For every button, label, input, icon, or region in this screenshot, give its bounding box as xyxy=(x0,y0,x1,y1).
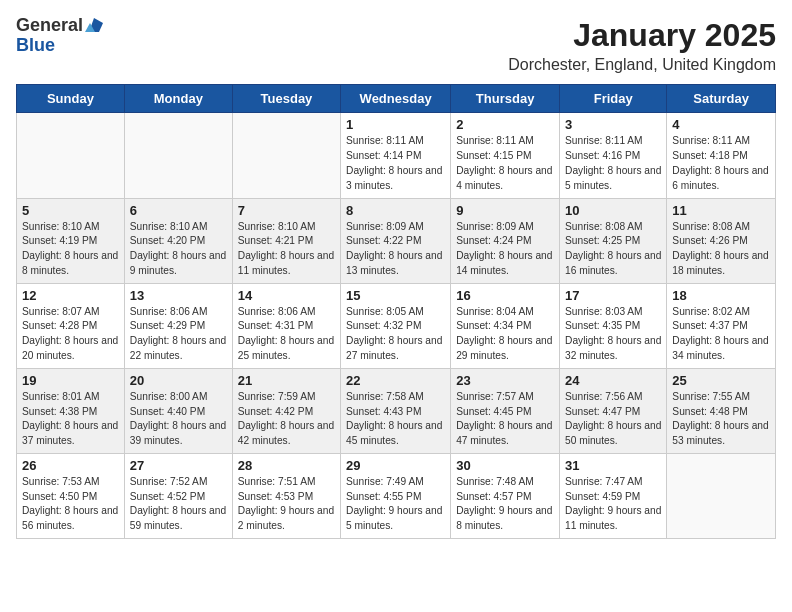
day-info: Sunrise: 8:06 AM Sunset: 4:29 PM Dayligh… xyxy=(130,305,227,364)
calendar-cell: 3Sunrise: 8:11 AM Sunset: 4:16 PM Daylig… xyxy=(560,113,667,198)
title-area: January 2025 Dorchester, England, United… xyxy=(508,16,776,74)
day-info: Sunrise: 7:47 AM Sunset: 4:59 PM Dayligh… xyxy=(565,475,661,534)
calendar-cell: 23Sunrise: 7:57 AM Sunset: 4:45 PM Dayli… xyxy=(451,368,560,453)
day-number: 13 xyxy=(130,288,227,303)
day-info: Sunrise: 8:10 AM Sunset: 4:19 PM Dayligh… xyxy=(22,220,119,279)
day-number: 12 xyxy=(22,288,119,303)
day-number: 5 xyxy=(22,203,119,218)
weekday-header: Thursday xyxy=(451,85,560,113)
day-number: 23 xyxy=(456,373,554,388)
calendar-cell: 30Sunrise: 7:48 AM Sunset: 4:57 PM Dayli… xyxy=(451,453,560,538)
logo-icon xyxy=(85,18,103,34)
weekday-header: Tuesday xyxy=(232,85,340,113)
calendar-cell: 13Sunrise: 8:06 AM Sunset: 4:29 PM Dayli… xyxy=(124,283,232,368)
day-info: Sunrise: 7:48 AM Sunset: 4:57 PM Dayligh… xyxy=(456,475,554,534)
day-number: 10 xyxy=(565,203,661,218)
day-info: Sunrise: 8:09 AM Sunset: 4:22 PM Dayligh… xyxy=(346,220,445,279)
day-number: 6 xyxy=(130,203,227,218)
weekday-header: Monday xyxy=(124,85,232,113)
day-info: Sunrise: 7:56 AM Sunset: 4:47 PM Dayligh… xyxy=(565,390,661,449)
day-info: Sunrise: 8:08 AM Sunset: 4:25 PM Dayligh… xyxy=(565,220,661,279)
logo-general-text: General xyxy=(16,16,83,36)
calendar-cell: 9Sunrise: 8:09 AM Sunset: 4:24 PM Daylig… xyxy=(451,198,560,283)
calendar-cell: 16Sunrise: 8:04 AM Sunset: 4:34 PM Dayli… xyxy=(451,283,560,368)
day-number: 7 xyxy=(238,203,335,218)
calendar-cell: 26Sunrise: 7:53 AM Sunset: 4:50 PM Dayli… xyxy=(17,453,125,538)
day-number: 24 xyxy=(565,373,661,388)
day-info: Sunrise: 8:06 AM Sunset: 4:31 PM Dayligh… xyxy=(238,305,335,364)
title-month: January 2025 xyxy=(508,16,776,54)
calendar-cell: 6Sunrise: 8:10 AM Sunset: 4:20 PM Daylig… xyxy=(124,198,232,283)
day-info: Sunrise: 8:07 AM Sunset: 4:28 PM Dayligh… xyxy=(22,305,119,364)
day-info: Sunrise: 8:10 AM Sunset: 4:20 PM Dayligh… xyxy=(130,220,227,279)
calendar-week-row: 12Sunrise: 8:07 AM Sunset: 4:28 PM Dayli… xyxy=(17,283,776,368)
day-number: 1 xyxy=(346,117,445,132)
day-number: 18 xyxy=(672,288,770,303)
day-number: 21 xyxy=(238,373,335,388)
logo-blue-text: Blue xyxy=(16,36,55,56)
calendar-cell: 31Sunrise: 7:47 AM Sunset: 4:59 PM Dayli… xyxy=(560,453,667,538)
calendar-table: SundayMondayTuesdayWednesdayThursdayFrid… xyxy=(16,84,776,539)
calendar-cell: 25Sunrise: 7:55 AM Sunset: 4:48 PM Dayli… xyxy=(667,368,776,453)
day-number: 25 xyxy=(672,373,770,388)
calendar-cell: 29Sunrise: 7:49 AM Sunset: 4:55 PM Dayli… xyxy=(341,453,451,538)
weekday-header: Saturday xyxy=(667,85,776,113)
calendar-week-row: 5Sunrise: 8:10 AM Sunset: 4:19 PM Daylig… xyxy=(17,198,776,283)
calendar-week-row: 1Sunrise: 8:11 AM Sunset: 4:14 PM Daylig… xyxy=(17,113,776,198)
calendar-cell xyxy=(124,113,232,198)
calendar-cell: 27Sunrise: 7:52 AM Sunset: 4:52 PM Dayli… xyxy=(124,453,232,538)
day-info: Sunrise: 8:00 AM Sunset: 4:40 PM Dayligh… xyxy=(130,390,227,449)
calendar-header-row: SundayMondayTuesdayWednesdayThursdayFrid… xyxy=(17,85,776,113)
calendar-cell: 20Sunrise: 8:00 AM Sunset: 4:40 PM Dayli… xyxy=(124,368,232,453)
calendar-cell: 22Sunrise: 7:58 AM Sunset: 4:43 PM Dayli… xyxy=(341,368,451,453)
day-info: Sunrise: 8:03 AM Sunset: 4:35 PM Dayligh… xyxy=(565,305,661,364)
day-number: 15 xyxy=(346,288,445,303)
calendar-cell: 18Sunrise: 8:02 AM Sunset: 4:37 PM Dayli… xyxy=(667,283,776,368)
calendar-cell: 12Sunrise: 8:07 AM Sunset: 4:28 PM Dayli… xyxy=(17,283,125,368)
day-number: 9 xyxy=(456,203,554,218)
day-info: Sunrise: 8:05 AM Sunset: 4:32 PM Dayligh… xyxy=(346,305,445,364)
day-number: 31 xyxy=(565,458,661,473)
calendar-cell xyxy=(17,113,125,198)
calendar-cell: 1Sunrise: 8:11 AM Sunset: 4:14 PM Daylig… xyxy=(341,113,451,198)
day-number: 8 xyxy=(346,203,445,218)
calendar-cell: 14Sunrise: 8:06 AM Sunset: 4:31 PM Dayli… xyxy=(232,283,340,368)
calendar-cell: 5Sunrise: 8:10 AM Sunset: 4:19 PM Daylig… xyxy=(17,198,125,283)
day-info: Sunrise: 8:02 AM Sunset: 4:37 PM Dayligh… xyxy=(672,305,770,364)
calendar-cell xyxy=(667,453,776,538)
day-number: 26 xyxy=(22,458,119,473)
header: General Blue January 2025 Dorchester, En… xyxy=(16,16,776,74)
day-info: Sunrise: 8:04 AM Sunset: 4:34 PM Dayligh… xyxy=(456,305,554,364)
day-info: Sunrise: 7:59 AM Sunset: 4:42 PM Dayligh… xyxy=(238,390,335,449)
day-info: Sunrise: 7:51 AM Sunset: 4:53 PM Dayligh… xyxy=(238,475,335,534)
day-number: 19 xyxy=(22,373,119,388)
calendar-cell: 11Sunrise: 8:08 AM Sunset: 4:26 PM Dayli… xyxy=(667,198,776,283)
day-info: Sunrise: 7:53 AM Sunset: 4:50 PM Dayligh… xyxy=(22,475,119,534)
weekday-header: Wednesday xyxy=(341,85,451,113)
day-number: 27 xyxy=(130,458,227,473)
day-info: Sunrise: 8:11 AM Sunset: 4:15 PM Dayligh… xyxy=(456,134,554,193)
day-number: 2 xyxy=(456,117,554,132)
day-info: Sunrise: 8:10 AM Sunset: 4:21 PM Dayligh… xyxy=(238,220,335,279)
weekday-header: Friday xyxy=(560,85,667,113)
calendar-cell: 7Sunrise: 8:10 AM Sunset: 4:21 PM Daylig… xyxy=(232,198,340,283)
day-number: 30 xyxy=(456,458,554,473)
calendar-week-row: 26Sunrise: 7:53 AM Sunset: 4:50 PM Dayli… xyxy=(17,453,776,538)
calendar-cell xyxy=(232,113,340,198)
calendar-cell: 15Sunrise: 8:05 AM Sunset: 4:32 PM Dayli… xyxy=(341,283,451,368)
day-number: 17 xyxy=(565,288,661,303)
calendar-cell: 19Sunrise: 8:01 AM Sunset: 4:38 PM Dayli… xyxy=(17,368,125,453)
calendar-cell: 24Sunrise: 7:56 AM Sunset: 4:47 PM Dayli… xyxy=(560,368,667,453)
calendar-cell: 8Sunrise: 8:09 AM Sunset: 4:22 PM Daylig… xyxy=(341,198,451,283)
day-info: Sunrise: 7:55 AM Sunset: 4:48 PM Dayligh… xyxy=(672,390,770,449)
day-info: Sunrise: 7:57 AM Sunset: 4:45 PM Dayligh… xyxy=(456,390,554,449)
day-number: 14 xyxy=(238,288,335,303)
logo: General Blue xyxy=(16,16,103,56)
day-number: 29 xyxy=(346,458,445,473)
day-info: Sunrise: 8:01 AM Sunset: 4:38 PM Dayligh… xyxy=(22,390,119,449)
day-info: Sunrise: 8:09 AM Sunset: 4:24 PM Dayligh… xyxy=(456,220,554,279)
day-number: 20 xyxy=(130,373,227,388)
day-number: 11 xyxy=(672,203,770,218)
day-number: 3 xyxy=(565,117,661,132)
day-info: Sunrise: 8:11 AM Sunset: 4:18 PM Dayligh… xyxy=(672,134,770,193)
